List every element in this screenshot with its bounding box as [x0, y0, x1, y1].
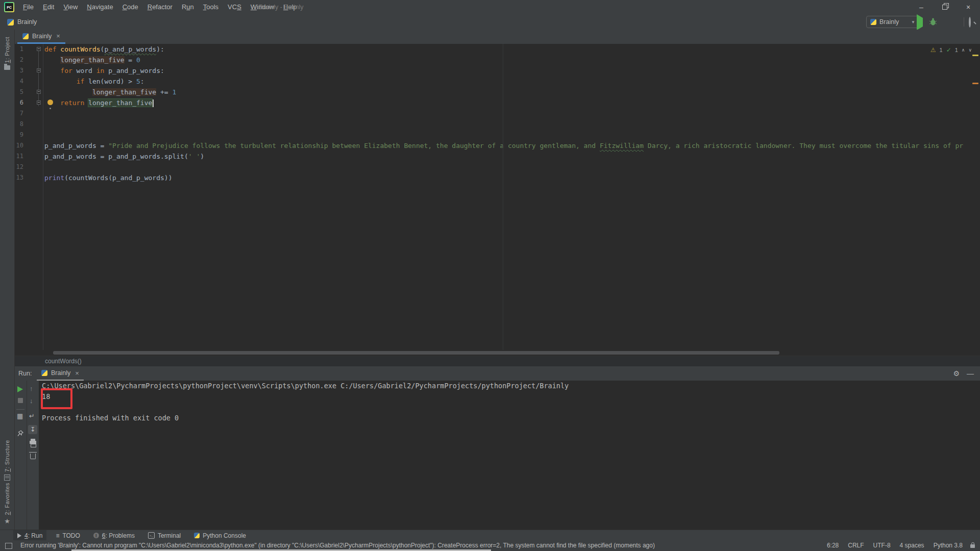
status-item-6-28[interactable]: 6:28	[827, 540, 839, 551]
layout-grid-icon[interactable]: ▦	[17, 412, 23, 420]
code-area[interactable]: def countWords(p_and_p_words): longer_th…	[43, 44, 980, 350]
status-item-utf-8[interactable]: UTF-8	[873, 540, 891, 551]
code-line-3[interactable]: for word in p_and_p_words:	[43, 65, 980, 76]
window-icon[interactable]	[5, 543, 12, 549]
menu-item-navigate[interactable]: Navigate	[82, 0, 117, 14]
code-line-4[interactable]: if len(word) > 5:	[43, 76, 980, 87]
code-token: :	[140, 78, 144, 85]
chevron-down-icon[interactable]: ∨	[968, 47, 972, 53]
scrollbar-thumb[interactable]	[53, 351, 779, 355]
stop-icon[interactable]	[18, 398, 23, 403]
code-editor[interactable]: 12345678910111213 def countWords(p_and_p…	[14, 44, 980, 350]
menu-item-edit[interactable]: Edit	[38, 0, 59, 14]
tool-window-bar: 4: Run≡TODO!6: Problems>_TerminalPython …	[0, 530, 980, 541]
tool-window-label: TODO	[62, 532, 80, 539]
scroll-to-end-button[interactable]: ↧	[28, 425, 37, 434]
maximize-button[interactable]	[933, 0, 957, 14]
rerun-button[interactable]	[17, 386, 23, 392]
chevron-up-icon[interactable]: ∧	[962, 47, 965, 53]
debug-button[interactable]	[929, 17, 937, 28]
line-number: 6	[20, 97, 23, 108]
code-token: word	[72, 67, 96, 74]
favorites-label: 2: Favorites	[4, 483, 10, 515]
run-console[interactable]: C:\Users\Gabriel2\PycharmProjects\python…	[39, 381, 980, 530]
close-icon[interactable]: ×	[75, 369, 79, 377]
tool-window-button-run[interactable]: 4: Run	[13, 530, 46, 541]
search-everywhere-button[interactable]	[969, 18, 971, 27]
sidebar-item-favorites[interactable]: 2: Favorites ★	[0, 483, 14, 525]
soft-wrap-button[interactable]: ↵	[29, 412, 35, 420]
print-button[interactable]	[30, 441, 36, 444]
fold-icon[interactable]	[37, 90, 41, 94]
close-button[interactable]: ×	[957, 0, 980, 14]
code-token: .split(	[160, 153, 188, 160]
mnemonic: C	[122, 3, 127, 11]
fold-icon[interactable]	[37, 68, 41, 72]
code-line-9[interactable]	[43, 130, 980, 140]
run-tool-window: Run: Brainly × ⚙ — ▦ ↑ ↓ ↵ ↧ C:\Users\Ga…	[14, 366, 980, 530]
lightbulb-icon[interactable]	[47, 99, 53, 105]
run-configuration-select[interactable]: Brainly ▼	[866, 16, 919, 28]
code-token: Fitzwilliam	[600, 142, 644, 149]
run-button[interactable]	[917, 18, 923, 27]
menu-item-view[interactable]: View	[59, 0, 82, 14]
fold-icon[interactable]	[37, 47, 41, 51]
tool-window-label: Python Console	[203, 532, 246, 539]
status-item-crlf[interactable]: CRLF	[848, 540, 864, 551]
code-token: longer_than_five	[88, 99, 152, 107]
menu-item-code[interactable]: Code	[118, 0, 143, 14]
horizontal-scrollbar[interactable]	[14, 350, 980, 356]
gutter-row: 8	[14, 119, 43, 130]
next-occurrence-button[interactable]: ↓	[30, 397, 33, 405]
code-line-8[interactable]	[43, 119, 980, 130]
menu-item-refactor[interactable]: Refactor	[143, 0, 177, 14]
breadcrumb-method[interactable]: countWords()	[45, 358, 82, 365]
code-line-5[interactable]: longer_than_five += 1	[43, 87, 980, 97]
console-line[interactable]: 18	[39, 391, 980, 402]
close-icon[interactable]: ×	[56, 32, 60, 40]
tool-window-button-problems[interactable]: !6: Problems	[89, 530, 139, 541]
mnemonic: S	[237, 3, 241, 11]
console-line[interactable]: C:\Users\Gabriel2\PycharmProjects\python…	[39, 381, 980, 391]
console-line[interactable]	[39, 402, 980, 413]
typo-count: 1	[955, 47, 958, 53]
menu-item-tools[interactable]: Tools	[199, 0, 223, 14]
breadcrumb[interactable]: Brainly	[7, 14, 37, 30]
code-line-6[interactable]: return longer_than_five	[43, 97, 980, 108]
code-line-7[interactable]	[43, 108, 980, 119]
code-line-12[interactable]	[43, 162, 980, 172]
sidebar-item-structure[interactable]: 7: Structure	[0, 440, 14, 481]
tool-window-button-todo[interactable]: ≡TODO	[52, 530, 84, 541]
inspections-widget[interactable]: ⚠ 1 ✓ 1 ∧ ∨	[930, 46, 972, 54]
lock-icon[interactable]	[970, 544, 975, 548]
code-line-1[interactable]: def countWords(p_and_p_words):	[43, 44, 980, 55]
editor-tab-brainly[interactable]: Brainly ×	[17, 30, 65, 44]
gutter-row: 10	[14, 140, 43, 151]
tool-window-button-pythonconsole[interactable]: Python Console	[190, 530, 250, 541]
code-line-2[interactable]: longer_than_five = 0	[43, 55, 980, 65]
status-item-python-3-8[interactable]: Python 3.8	[934, 540, 963, 551]
menu-item-file[interactable]: File	[18, 0, 38, 14]
prev-occurrence-button[interactable]: ↑	[30, 385, 33, 392]
error-stripe-typo-mark[interactable]	[972, 83, 978, 84]
console-line[interactable]: Process finished with exit code 0	[39, 413, 980, 423]
sidebar-item-project[interactable]: 1: Project	[0, 37, 14, 70]
code-line-11[interactable]: p_and_p_words = p_and_p_words.split(' ')	[43, 151, 980, 162]
code-line-10[interactable]: p_and_p_words = "Pride and Prejudice fol…	[43, 140, 980, 151]
code-line-13[interactable]: print(countWords(p_and_p_words))	[43, 172, 980, 183]
pin-tab-button[interactable]	[16, 430, 24, 439]
run-tab-brainly[interactable]: Brainly ×	[37, 366, 84, 381]
hide-panel-button[interactable]: —	[967, 366, 974, 381]
code-token: "Pride and Prejudice follows the turbule…	[108, 142, 600, 149]
minimize-button[interactable]: –	[910, 0, 933, 14]
error-stripe-warning-mark[interactable]	[972, 55, 978, 56]
status-item-4-spaces[interactable]: 4 spaces	[900, 540, 924, 551]
tool-window-button-terminal[interactable]: >_Terminal	[144, 530, 185, 541]
menu-item-vcs[interactable]: VCS	[223, 0, 246, 14]
breadcrumbs-bar[interactable]: countWords()	[14, 356, 980, 366]
code-token	[44, 56, 60, 64]
menu-item-run[interactable]: Run	[177, 0, 199, 14]
clear-console-button[interactable]	[30, 454, 36, 459]
fold-icon[interactable]	[37, 101, 41, 105]
settings-button[interactable]: ⚙	[953, 366, 960, 381]
